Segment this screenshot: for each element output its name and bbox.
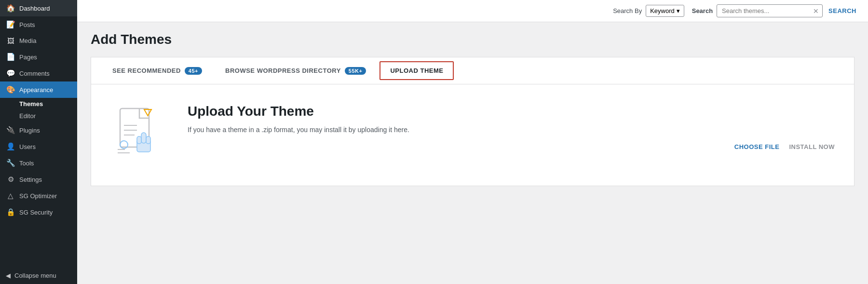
- choose-file-button[interactable]: CHOOSE FILE: [734, 143, 780, 150]
- sidebar-item-plugins[interactable]: 🔌 Plugins: [0, 122, 77, 138]
- sidebar-item-comments[interactable]: 💬 Comments: [0, 65, 77, 81]
- tools-icon: 🔧: [6, 159, 15, 167]
- sidebar: 🏠 Dashboard 📝 Posts 🖼 Media 📄 Pages 💬 Co…: [0, 0, 77, 284]
- tab-upload-theme[interactable]: UPLOAD THEME: [380, 61, 454, 80]
- tab-see-recommended[interactable]: SEE RECOMMENDED 45+: [101, 59, 214, 82]
- comments-icon: 💬: [6, 69, 15, 78]
- page-title: Add Themes: [91, 32, 854, 47]
- dashboard-icon: 🏠: [6, 4, 15, 13]
- settings-icon: ⚙: [6, 175, 15, 184]
- svg-rect-9: [137, 136, 141, 144]
- appearance-icon: 🎨: [6, 85, 15, 94]
- upload-title: Upload Your Theme: [188, 104, 835, 119]
- top-bar: Search By Keyword ▾ Search ✕ SEARCH: [77, 0, 868, 22]
- install-now-button[interactable]: INSTALL NOW: [789, 143, 835, 150]
- sidebar-sub-editor[interactable]: Editor: [0, 110, 77, 122]
- main-content: Search By Keyword ▾ Search ✕ SEARCH Add …: [77, 0, 868, 284]
- tabs-bar: SEE RECOMMENDED 45+ BROWSE WORDPRESS DIR…: [91, 57, 854, 84]
- search-input[interactable]: [717, 4, 823, 17]
- search-by-group: Search By Keyword ▾: [613, 5, 684, 17]
- content-area: Add Themes SEE RECOMMENDED 45+ BROWSE WO…: [77, 22, 868, 284]
- sidebar-item-tools[interactable]: 🔧 Tools: [0, 155, 77, 171]
- upload-illustration: [110, 104, 168, 162]
- upload-panel: Upload Your Theme If you have a theme in…: [91, 84, 854, 186]
- tab-browse-wordpress-directory[interactable]: BROWSE WORDPRESS DIRECTORY 55K+: [214, 59, 378, 82]
- posts-icon: 📝: [6, 20, 15, 29]
- chevron-down-icon: ▾: [677, 7, 680, 14]
- tab-badge-recommended: 45+: [185, 67, 202, 75]
- sidebar-item-sg-security[interactable]: 🔒 SG Security: [0, 204, 77, 220]
- plugins-icon: 🔌: [6, 126, 15, 135]
- collapse-icon: ◀: [6, 272, 11, 279]
- search-section-label: Search: [692, 7, 713, 14]
- search-group: Search ✕ SEARCH: [692, 4, 858, 17]
- sidebar-item-pages[interactable]: 📄 Pages: [0, 49, 77, 65]
- upload-actions: CHOOSE FILE INSTALL NOW: [188, 143, 835, 150]
- upload-description: If you have a theme in a .zip format, yo…: [188, 126, 835, 134]
- collapse-menu[interactable]: ◀ Collapse menu: [0, 267, 77, 284]
- svg-rect-7: [141, 133, 146, 143]
- users-icon: 👤: [6, 142, 15, 151]
- sidebar-item-users[interactable]: 👤 Users: [0, 138, 77, 155]
- search-by-label: Search By: [613, 7, 642, 14]
- sidebar-sub-themes[interactable]: Themes: [0, 98, 77, 110]
- pages-icon: 📄: [6, 53, 15, 61]
- sidebar-item-posts[interactable]: 📝 Posts: [0, 16, 77, 33]
- sg-optimizer-icon: △: [6, 191, 15, 200]
- search-input-wrapper: ✕: [717, 4, 823, 17]
- sidebar-item-dashboard[interactable]: 🏠 Dashboard: [0, 0, 77, 16]
- sidebar-item-appearance[interactable]: 🎨 Appearance: [0, 81, 77, 98]
- sidebar-item-settings[interactable]: ⚙ Settings: [0, 171, 77, 188]
- sidebar-item-sg-optimizer[interactable]: △ SG Optimizer: [0, 188, 77, 204]
- sg-security-icon: 🔒: [6, 208, 15, 216]
- svg-marker-5: [144, 109, 151, 116]
- search-button[interactable]: SEARCH: [827, 7, 858, 14]
- tab-badge-browse: 55K+: [345, 67, 366, 75]
- clear-icon[interactable]: ✕: [813, 7, 819, 15]
- upload-content-area: Upload Your Theme If you have a theme in…: [188, 104, 835, 150]
- keyword-select[interactable]: Keyword ▾: [646, 5, 684, 17]
- sidebar-item-media[interactable]: 🖼 Media: [0, 33, 77, 49]
- media-icon: 🖼: [6, 37, 15, 45]
- svg-rect-8: [146, 136, 150, 144]
